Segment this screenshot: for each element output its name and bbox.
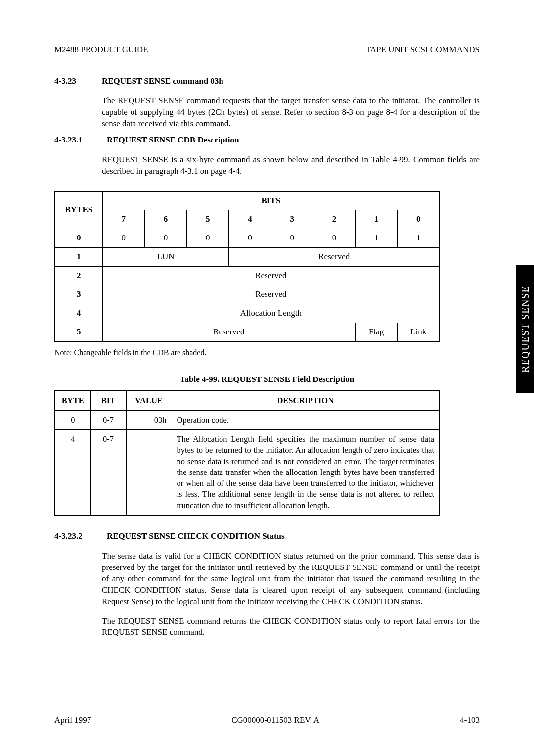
cdb-link-cell: Link <box>398 323 440 342</box>
cdb-cell: 0 <box>313 229 355 248</box>
section-4-3-23-paragraph: The REQUEST SENSE command requests that … <box>102 95 480 130</box>
page-footer: April 1997 CG00000-011503 REV. A 4-103 <box>54 715 480 726</box>
footer-date: April 1997 <box>54 715 91 726</box>
bytes-header: BYTES <box>55 191 102 229</box>
cdb-cell: 0 <box>229 229 271 248</box>
byte-row-3: 3 <box>55 285 102 304</box>
side-tab: REQUEST SENSE <box>516 265 534 393</box>
byte-row-4: 4 <box>55 304 102 323</box>
byte-row-2: 2 <box>55 267 102 285</box>
bit-col-5: 5 <box>187 210 229 229</box>
cdb-flag-cell: Flag <box>356 323 398 342</box>
bit-col-6: 6 <box>144 210 186 229</box>
desc-description-cell: The Allocation Length field specifies th… <box>172 430 440 516</box>
desc-header-bit: BIT <box>90 391 126 411</box>
section-heading-4-3-23-2: 4-3.23.2 REQUEST SENSE CHECK CONDITION S… <box>54 531 480 542</box>
bit-col-1: 1 <box>356 210 398 229</box>
desc-bit-cell: 0-7 <box>90 430 126 516</box>
running-header: M2488 PRODUCT GUIDE TAPE UNIT SCSI COMMA… <box>54 45 480 56</box>
header-right: TAPE UNIT SCSI COMMANDS <box>366 45 480 56</box>
section-title: REQUEST SENSE CDB Description <box>107 135 239 146</box>
desc-byte-cell: 4 <box>55 430 90 516</box>
cdb-allocation-length-cell: Allocation Length <box>102 304 440 323</box>
bit-col-7: 7 <box>102 210 144 229</box>
desc-value-cell: 03h <box>126 410 172 429</box>
bit-col-0: 0 <box>398 210 440 229</box>
cdb-cell: 1 <box>356 229 398 248</box>
cdb-reserved-cell: Reserved <box>102 267 440 285</box>
table-4-99-caption: Table 4-99. REQUEST SENSE Field Descript… <box>54 374 480 385</box>
section-4-3-23-2-paragraph-2: The REQUEST SENSE command returns the CH… <box>102 616 480 639</box>
bit-col-2: 2 <box>313 210 355 229</box>
byte-row-5: 5 <box>55 323 102 342</box>
cdb-cell: 0 <box>271 229 313 248</box>
section-number: 4-3.23 <box>54 76 88 87</box>
cdb-cell: 1 <box>398 229 440 248</box>
footer-docnum: CG00000-011503 REV. A <box>231 715 319 726</box>
cdb-table: BYTES BITS 7 6 5 4 3 2 1 0 0 0 0 0 0 0 0… <box>54 191 440 343</box>
header-left: M2488 PRODUCT GUIDE <box>54 45 148 56</box>
cdb-cell: 0 <box>144 229 186 248</box>
cdb-cell: 0 <box>187 229 229 248</box>
section-title: REQUEST SENSE CHECK CONDITION Status <box>107 531 285 542</box>
cdb-cell: 0 <box>102 229 144 248</box>
section-4-3-23-1-paragraph: REQUEST SENSE is a six-byte command as s… <box>102 154 480 177</box>
field-description-table: BYTE BIT VALUE DESCRIPTION 0 0-7 03h Ope… <box>54 390 440 516</box>
bit-col-3: 3 <box>271 210 313 229</box>
cdb-reserved-cell: Reserved <box>102 323 355 342</box>
cdb-note: Note: Changeable fields in the CDB are s… <box>54 347 480 358</box>
bits-header: BITS <box>102 191 440 210</box>
section-number: 4-3.23.1 <box>54 135 93 146</box>
section-title: REQUEST SENSE command 03h <box>102 76 223 87</box>
byte-row-0: 0 <box>55 229 102 248</box>
desc-bit-cell: 0-7 <box>90 410 126 429</box>
desc-header-byte: BYTE <box>55 391 90 411</box>
section-number: 4-3.23.2 <box>54 531 93 542</box>
byte-row-1: 1 <box>55 248 102 267</box>
footer-pagenum: 4-103 <box>460 715 480 726</box>
section-4-3-23-2-paragraph-1: The sense data is valid for a CHECK COND… <box>102 551 480 608</box>
section-heading-4-3-23: 4-3.23 REQUEST SENSE command 03h <box>54 76 480 87</box>
section-heading-4-3-23-1: 4-3.23.1 REQUEST SENSE CDB Description <box>54 135 480 146</box>
bit-col-4: 4 <box>229 210 271 229</box>
cdb-reserved-cell: Reserved <box>102 285 440 304</box>
cdb-lun-cell: LUN <box>102 248 229 267</box>
desc-byte-cell: 0 <box>55 410 90 429</box>
cdb-reserved-cell: Reserved <box>229 248 440 267</box>
desc-value-cell <box>126 430 172 516</box>
desc-header-value: VALUE <box>126 391 172 411</box>
desc-header-description: DESCRIPTION <box>172 391 440 411</box>
desc-description-cell: Operation code. <box>172 410 440 429</box>
